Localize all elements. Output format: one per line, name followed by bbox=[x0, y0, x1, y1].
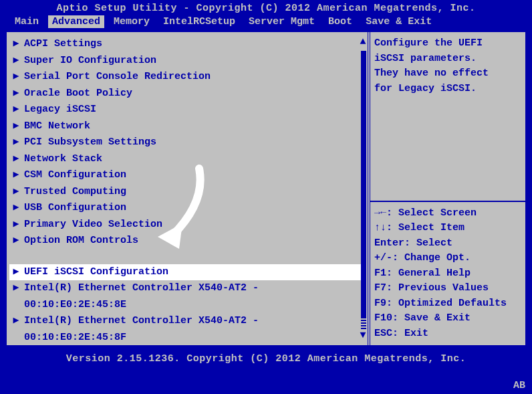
menu-item-legacyiscsi[interactable]: ▶Legacy iSCSI bbox=[12, 102, 362, 118]
help-text: Configure the UEFI iSCSI parameters. The… bbox=[374, 36, 521, 197]
key-hint: F1: General Help bbox=[374, 266, 521, 282]
menu-separator bbox=[12, 250, 362, 264]
submenu-icon: ▶ bbox=[12, 54, 20, 69]
tab-memory[interactable]: Memory bbox=[110, 15, 154, 28]
menu-item-nic1[interactable]: ▶Intel(R) Ethernet Controller X540-AT2 - bbox=[12, 280, 362, 297]
submenu-icon: ▶ bbox=[12, 86, 20, 102]
footer-version: Version 2.15.1236. Copyright (C) 2012 Am… bbox=[0, 347, 532, 367]
menu-label: Intel(R) Ethernet Controller X540-AT2 - bbox=[24, 281, 259, 296]
menu-label: BMC Network bbox=[24, 119, 90, 134]
help-line: iSCSI parameters. bbox=[374, 52, 521, 67]
tab-servermgmt[interactable]: Server Mgmt bbox=[245, 15, 319, 28]
menu-label: Trusted Computing bbox=[24, 185, 126, 200]
submenu-icon: ▶ bbox=[12, 119, 20, 134]
scrollbar-thumb[interactable] bbox=[361, 51, 366, 318]
submenu-icon: ▶ bbox=[12, 217, 20, 233]
submenu-icon: ▶ bbox=[12, 168, 20, 183]
menu-item-uefi-iscsi[interactable]: ▶UEFI iSCSI Configuration bbox=[9, 264, 362, 281]
submenu-icon: ▶ bbox=[12, 102, 20, 118]
tab-main[interactable]: Main bbox=[11, 15, 43, 28]
menu-label: Serial Port Console Redirection bbox=[24, 70, 211, 85]
menu-panel: ▶ACPI Settings ▶Super IO Configuration ▶… bbox=[7, 32, 370, 345]
menu-item-tpm[interactable]: ▶Trusted Computing bbox=[12, 184, 362, 201]
key-hint: ESC: Exit bbox=[374, 326, 521, 342]
menu-label: USB Configuration bbox=[24, 201, 126, 216]
menu-item-usb[interactable]: ▶USB Configuration bbox=[12, 200, 362, 217]
key-hint: F10: Save & Exit bbox=[374, 311, 521, 326]
tab-bar: Main Advanced Memory IntelRCSetup Server… bbox=[0, 15, 532, 31]
key-help: →←: Select Screen ↑↓: Select Item Enter:… bbox=[374, 206, 521, 342]
menu-item-serial[interactable]: ▶Serial Port Console Redirection bbox=[12, 69, 362, 86]
header-title: Aptio Setup Utility - Copyright (C) 2012… bbox=[0, 0, 532, 15]
key-hint: +/-: Change Opt. bbox=[374, 251, 521, 266]
menu-item-superio[interactable]: ▶Super IO Configuration bbox=[12, 53, 362, 70]
submenu-icon: ▶ bbox=[12, 281, 20, 296]
menu-item-csm[interactable]: ▶CSM Configuration bbox=[12, 167, 362, 184]
scroll-down-icon[interactable]: ▼ bbox=[360, 330, 366, 341]
tab-boot[interactable]: Boot bbox=[324, 15, 356, 28]
menu-item-netstack[interactable]: ▶Network Stack bbox=[12, 151, 362, 168]
tab-advanced[interactable]: Advanced bbox=[48, 15, 104, 28]
scroll-up-icon[interactable]: ▲ bbox=[360, 36, 366, 47]
menu-item-nic1-mac: 00:10:E0:2E:45:8E bbox=[12, 297, 362, 314]
menu-label: ACPI Settings bbox=[24, 37, 102, 52]
menu-label: CSM Configuration bbox=[24, 168, 126, 183]
menu-sublabel: 00:10:E0:2E:45:8E bbox=[24, 298, 126, 313]
help-divider bbox=[370, 201, 525, 202]
submenu-icon: ▶ bbox=[12, 135, 20, 151]
menu-item-acpi[interactable]: ▶ACPI Settings bbox=[12, 36, 362, 53]
help-line: They have no effect bbox=[374, 66, 521, 82]
menu-label: UEFI iSCSI Configuration bbox=[24, 265, 168, 280]
tab-saveexit[interactable]: Save & Exit bbox=[362, 15, 436, 28]
menu-item-pci[interactable]: ▶PCI Subsystem Settings bbox=[12, 134, 362, 151]
menu-label: Oracle Boot Policy bbox=[24, 86, 132, 102]
scrollbar-track[interactable] bbox=[361, 318, 366, 329]
menu-item-nic2-mac: 00:10:E0:2E:45:8F bbox=[12, 330, 362, 346]
menu-item-nic2[interactable]: ▶Intel(R) Ethernet Controller X540-AT2 - bbox=[12, 313, 362, 330]
menu-label: Primary Video Selection bbox=[24, 217, 162, 233]
menu-item-bmc[interactable]: ▶BMC Network bbox=[12, 118, 362, 135]
key-hint: →←: Select Screen bbox=[374, 206, 521, 221]
menu-item-video[interactable]: ▶Primary Video Selection bbox=[12, 217, 362, 233]
submenu-icon: ▶ bbox=[12, 201, 20, 216]
submenu-icon: ▶ bbox=[12, 314, 20, 329]
submenu-icon: ▶ bbox=[12, 185, 20, 200]
status-corner: AB bbox=[513, 380, 525, 391]
menu-label: Network Stack bbox=[24, 152, 102, 167]
help-panel: Configure the UEFI iSCSI parameters. The… bbox=[370, 32, 525, 345]
menu-sublabel: 00:10:E0:2E:45:8F bbox=[24, 330, 126, 346]
main-content: ▶ACPI Settings ▶Super IO Configuration ▶… bbox=[5, 31, 527, 347]
key-hint: F7: Previous Values bbox=[374, 281, 521, 296]
menu-label: Legacy iSCSI bbox=[24, 102, 96, 118]
menu-item-oracleboot[interactable]: ▶Oracle Boot Policy bbox=[12, 86, 362, 102]
menu-label: Super IO Configuration bbox=[24, 54, 156, 69]
menu-label: Intel(R) Ethernet Controller X540-AT2 - bbox=[24, 314, 259, 329]
menu-label: Option ROM Controls bbox=[24, 233, 138, 249]
key-hint: Enter: Select bbox=[374, 236, 521, 252]
menu-item-oprom[interactable]: ▶Option ROM Controls bbox=[12, 233, 362, 250]
submenu-icon: ▶ bbox=[12, 152, 20, 167]
submenu-icon: ▶ bbox=[12, 70, 20, 85]
menu-label: PCI Subsystem Settings bbox=[24, 135, 156, 151]
submenu-icon: ▶ bbox=[12, 233, 20, 249]
tab-intelrcsetup[interactable]: IntelRCSetup bbox=[159, 15, 239, 28]
key-hint: F9: Optimized Defaults bbox=[374, 296, 521, 312]
help-line: for Legacy iSCSI. bbox=[374, 82, 521, 97]
submenu-icon: ▶ bbox=[12, 37, 20, 52]
help-line: Configure the UEFI bbox=[374, 36, 521, 52]
submenu-icon: ▶ bbox=[12, 265, 20, 280]
key-hint: ↑↓: Select Item bbox=[374, 221, 521, 236]
